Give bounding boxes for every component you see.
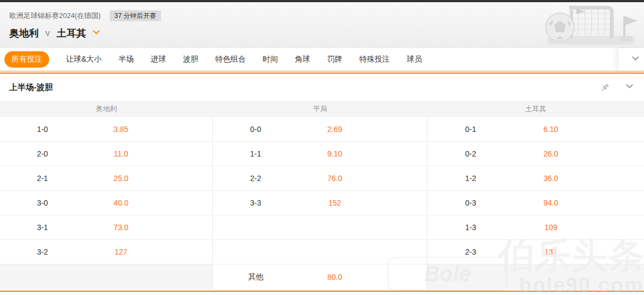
- score-label: 2-1: [0, 174, 85, 183]
- soccer-ball-icon: [546, 13, 574, 41]
- score-label: 2-2: [213, 174, 299, 183]
- score-label: 0-2: [427, 149, 514, 158]
- bet-selection-cell[interactable]: 0-226.0: [427, 142, 644, 166]
- pin-icon[interactable]: [600, 83, 610, 92]
- table-row: 2-125.02-276.01-236.0: [0, 166, 644, 191]
- market-section-header: 上半场-波胆: [0, 74, 644, 101]
- score-label: 3-2: [0, 248, 85, 256]
- bet-selection-cell[interactable]: 1-19.10: [213, 142, 427, 166]
- tab-bar-expand-button[interactable]: [619, 48, 644, 71]
- odds-table-body: 1-03.850-02.690-16.102-011.01-19.100-226…: [0, 117, 644, 290]
- bet-selection-cell[interactable]: 2-011.0: [0, 142, 213, 166]
- bet-selection-cell[interactable]: 2-276.0: [213, 166, 427, 190]
- bet-selection-cell[interactable]: 1-3109: [427, 215, 644, 239]
- odds-value: 94.0: [514, 198, 588, 207]
- tab-item[interactable]: 角球: [295, 55, 310, 64]
- score-label: 3-0: [0, 198, 85, 207]
- tab-item[interactable]: 特殊投注: [359, 55, 390, 64]
- home-team-name: 奥地利: [9, 27, 39, 40]
- bet-selection-cell[interactable]: 2-3137: [427, 240, 644, 264]
- tab-item[interactable]: 波胆: [183, 55, 198, 64]
- odds-value: 6.10: [514, 125, 588, 134]
- column-header: 奥地利: [0, 104, 213, 114]
- column-header: 土耳其: [427, 104, 644, 114]
- kickoff-countdown-badge: 37 分钟后开赛: [110, 10, 162, 21]
- versus-label: V: [45, 29, 50, 38]
- odds-value: 137: [514, 248, 588, 256]
- odds-value: 80.0: [299, 273, 371, 281]
- table-row: 3-040.03-31520-394.0: [0, 191, 644, 215]
- odds-value: 2.69: [299, 125, 371, 134]
- bet-selection-cell[interactable]: 0-16.10: [427, 117, 644, 141]
- odds-value: 11.0: [85, 149, 157, 158]
- tab-item[interactable]: 进球: [151, 55, 166, 64]
- table-row: 3-173.01-3109: [0, 215, 644, 240]
- tab-selected[interactable]: 所有投注: [4, 51, 49, 68]
- odds-value: 109: [514, 223, 588, 232]
- tab-item[interactable]: 时间: [263, 55, 278, 64]
- tab-list: 所有投注让球&大小半场进球波胆特色组合时间角球罚牌特殊投注球员: [0, 51, 422, 68]
- bet-selection-cell[interactable]: 其他80.0: [213, 264, 427, 290]
- empty-cell: [427, 264, 644, 290]
- collapse-section-chevron-icon[interactable]: [626, 81, 633, 88]
- away-team-name: 土耳其: [57, 27, 86, 40]
- table-row: 1-03.850-02.690-16.10: [0, 117, 644, 142]
- table-row: 3-21272-3137: [0, 240, 644, 264]
- tab-item[interactable]: 半场: [118, 55, 134, 64]
- market-section-title: 上半场-波胆: [0, 82, 53, 93]
- bet-selection-cell[interactable]: 2-125.0: [0, 166, 213, 190]
- column-header: 平局: [213, 104, 427, 114]
- bet-selection-cell[interactable]: 3-040.0: [0, 191, 213, 215]
- score-label: 1-1: [213, 149, 299, 158]
- score-label: 0-1: [427, 125, 514, 134]
- corner-flag-icon: [620, 16, 637, 41]
- score-label: 1-2: [427, 174, 514, 183]
- table-row: 其他80.0: [0, 264, 644, 290]
- odds-value: 9.10: [299, 149, 371, 158]
- chevron-down-icon[interactable]: [93, 27, 100, 34]
- bet-selection-cell[interactable]: 0-394.0: [427, 191, 644, 215]
- chevron-down-icon: [632, 53, 639, 61]
- score-label: 0-0: [213, 125, 299, 134]
- tab-item[interactable]: 球员: [407, 55, 422, 64]
- tab-item[interactable]: 特色组合: [215, 55, 246, 64]
- tab-item[interactable]: 罚牌: [327, 55, 342, 64]
- score-label: 2-0: [0, 149, 85, 158]
- odds-value: 152: [299, 198, 371, 207]
- empty-cell: [0, 264, 213, 290]
- goal-illustration: [517, 2, 644, 48]
- bet-selection-cell[interactable]: 3-173.0: [0, 215, 213, 239]
- bottom-orange-line: [0, 291, 644, 292]
- bet-selection-cell[interactable]: 1-236.0: [427, 166, 644, 190]
- empty-cell: [213, 215, 427, 239]
- score-label: 0-3: [427, 198, 514, 207]
- odds-value: 127: [85, 248, 157, 256]
- bet-selection-cell[interactable]: 0-02.69: [213, 117, 427, 141]
- score-label: 3-3: [213, 198, 299, 207]
- bet-selection-cell[interactable]: 3-3152: [213, 191, 427, 215]
- market-tab-bar: 所有投注让球&大小半场进球波胆特色组合时间角球罚牌特殊投注球员: [0, 48, 644, 71]
- empty-cell: [213, 240, 427, 264]
- betting-page: 欧洲足球锦标赛2024(在德国) 37 分钟后开赛 奥地利 V 土耳其: [0, 0, 644, 295]
- odds-value: 25.0: [85, 174, 157, 183]
- odds-value: 76.0: [299, 174, 371, 183]
- tab-item[interactable]: 让球&大小: [66, 55, 102, 64]
- odds-value: 73.0: [85, 223, 157, 232]
- score-label: 2-3: [427, 248, 514, 256]
- odds-value: 3.85: [85, 125, 157, 134]
- bet-selection-cell[interactable]: 1-03.85: [0, 117, 213, 141]
- score-label: 1-3: [427, 223, 514, 232]
- league-name: 欧洲足球锦标赛2024(在德国): [9, 11, 101, 21]
- odds-value: 26.0: [514, 149, 588, 158]
- bet-selection-cell[interactable]: 3-2127: [0, 240, 213, 264]
- score-label: 其他: [213, 272, 299, 282]
- match-header: 欧洲足球锦标赛2024(在德国) 37 分钟后开赛 奥地利 V 土耳其: [0, 2, 644, 48]
- odds-value: 40.0: [85, 198, 157, 207]
- table-row: 2-011.01-19.100-226.0: [0, 142, 644, 166]
- odds-column-headers: 奥地利平局土耳其: [0, 101, 644, 117]
- score-label: 3-1: [0, 223, 85, 232]
- odds-value: 36.0: [514, 174, 588, 183]
- score-label: 1-0: [0, 125, 85, 134]
